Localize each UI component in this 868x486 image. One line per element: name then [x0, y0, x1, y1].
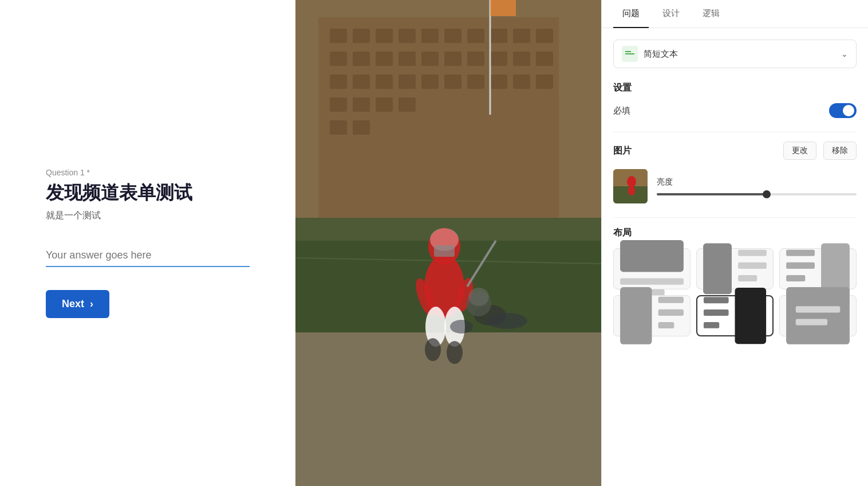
svg-rect-85	[786, 287, 850, 344]
chevron-down-icon: ⌄	[841, 49, 848, 58]
svg-point-56	[468, 288, 489, 306]
svg-point-64	[627, 176, 636, 187]
divider-1	[613, 132, 857, 132]
brightness-area: 亮度	[657, 177, 857, 195]
type-selector[interactable]: 简短文本 ⌄	[613, 40, 857, 68]
required-toggle[interactable]	[829, 103, 857, 118]
svg-rect-70	[738, 250, 767, 256]
svg-rect-79	[658, 309, 684, 316]
right-content: 简短文本 ⌄ 设置 必填 图片 更改 移除	[602, 28, 868, 486]
next-chevron-icon: ›	[90, 298, 93, 310]
type-icon	[622, 46, 638, 62]
required-label: 必填	[613, 105, 630, 116]
svg-rect-60	[490, 0, 516, 16]
svg-rect-81	[704, 297, 729, 303]
svg-rect-87	[796, 319, 827, 326]
required-toggle-row: 必填	[613, 103, 857, 118]
background-image-panel	[295, 0, 601, 486]
change-image-button[interactable]: 更改	[783, 142, 816, 160]
short-text-icon	[625, 53, 634, 54]
settings-label: 设置	[613, 82, 857, 94]
layout-option-full[interactable]	[779, 295, 857, 336]
next-label: Next	[62, 298, 84, 310]
slider-thumb[interactable]	[763, 190, 771, 198]
brightness-row: 亮度	[613, 169, 857, 203]
brightness-slider[interactable]	[657, 193, 857, 195]
remove-image-button[interactable]: 移除	[823, 142, 857, 160]
tab-bar: 问题 设计 逻辑	[602, 0, 868, 28]
svg-point-58	[450, 320, 473, 334]
brightness-label: 亮度	[657, 177, 857, 187]
right-panel: 问题 设计 逻辑 简短文本 ⌄ 设置 必填 图片 更改 移除	[601, 0, 868, 486]
svg-rect-46	[434, 245, 455, 257]
layout-option-selected[interactable]	[696, 295, 774, 336]
image-thumbnail	[613, 169, 648, 203]
question-label: Question 1 *	[46, 168, 250, 177]
svg-rect-86	[796, 306, 841, 312]
svg-point-53	[447, 341, 463, 364]
layout-grid	[613, 248, 857, 336]
svg-rect-74	[786, 262, 815, 269]
svg-rect-73	[786, 250, 815, 256]
svg-rect-82	[704, 309, 729, 316]
svg-rect-80	[658, 322, 674, 328]
slider-fill	[657, 193, 767, 195]
tab-logic[interactable]: 逻辑	[693, 0, 729, 28]
left-panel: Question 1 * 发现频道表单测试 就是一个测试 Next ›	[0, 0, 295, 486]
svg-rect-84	[735, 288, 767, 344]
svg-rect-71	[738, 262, 767, 269]
svg-rect-83	[704, 322, 719, 328]
svg-rect-72	[738, 275, 757, 281]
image-section-label: 图片	[613, 145, 632, 157]
image-action-buttons: 更改 移除	[779, 142, 857, 160]
question-desc: 就是一个测试	[46, 210, 250, 222]
divider-2	[613, 217, 857, 218]
svg-rect-77	[620, 287, 652, 344]
svg-point-65	[628, 186, 635, 195]
svg-point-52	[425, 338, 441, 361]
layout-option-half-left[interactable]	[613, 295, 691, 336]
question-title: 发现频道表单测试	[46, 182, 250, 203]
type-label: 简短文本	[644, 49, 841, 60]
tab-question[interactable]: 问题	[613, 0, 649, 28]
image-section-row: 图片 更改 移除	[613, 142, 857, 160]
svg-rect-78	[658, 297, 684, 303]
svg-point-57	[487, 313, 527, 329]
tab-design[interactable]: 设计	[653, 0, 689, 28]
next-button[interactable]: Next ›	[46, 290, 109, 318]
answer-input[interactable]	[46, 245, 250, 267]
svg-rect-66	[620, 240, 684, 272]
